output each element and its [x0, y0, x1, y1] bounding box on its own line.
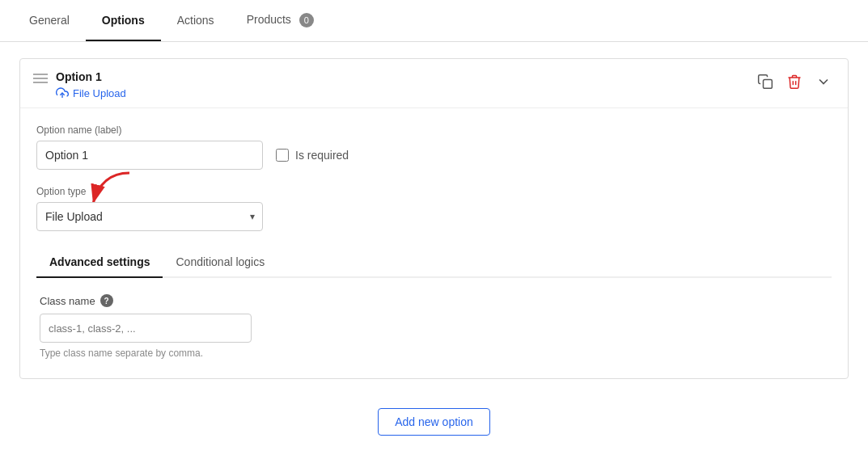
option-card-header: Option 1 File Upload — [20, 59, 848, 108]
add-new-option-button[interactable]: Add new option — [378, 408, 490, 436]
tab-actions[interactable]: Actions — [161, 1, 231, 41]
drag-handle[interactable] — [33, 70, 48, 83]
class-name-input[interactable] — [40, 314, 252, 343]
option-type-select-wrapper: File Upload Text Dropdown Checkbox Radio… — [36, 202, 263, 231]
copy-button[interactable] — [754, 70, 777, 93]
svg-rect-1 — [764, 80, 773, 89]
option-type-label: Option type — [36, 186, 832, 197]
class-name-label: Class name ? — [40, 294, 828, 307]
option-type-select[interactable]: File Upload Text Dropdown Checkbox Radio — [36, 202, 263, 231]
option-type-section: Option type — [36, 186, 832, 231]
header-left: Option 1 File Upload — [33, 70, 126, 99]
upload-icon — [56, 86, 69, 99]
option-name-section: Option name (label) Is required — [36, 124, 832, 170]
delete-button[interactable] — [783, 70, 806, 93]
option-title: Option 1 — [56, 70, 126, 83]
class-name-section: Class name ? Type class name separate by… — [36, 294, 832, 359]
top-nav-tabs: General Options Actions Products 0 — [0, 0, 868, 42]
option-name-label: Option name (label) — [36, 124, 832, 136]
tab-advanced-settings[interactable]: Advanced settings — [36, 247, 163, 278]
is-required-label[interactable]: Is required — [276, 149, 349, 162]
products-badge: 0 — [299, 13, 314, 27]
option-card-actions — [754, 70, 835, 93]
option-subtitle: File Upload — [56, 86, 126, 99]
is-required-text: Is required — [295, 149, 349, 162]
main-content: Option 1 File Upload — [0, 42, 868, 455]
tab-general[interactable]: General — [13, 1, 86, 41]
option-name-row: Is required — [36, 141, 832, 170]
inner-tabs: Advanced settings Conditional logics — [36, 247, 832, 278]
option-type-label: File Upload — [73, 87, 126, 99]
chevron-down-icon — [815, 74, 832, 90]
bottom-bar: Add new option — [19, 395, 849, 455]
page-wrapper: General Options Actions Products 0 Optio… — [0, 0, 868, 455]
tab-products[interactable]: Products 0 — [231, 0, 330, 42]
option-card: Option 1 File Upload — [19, 58, 849, 379]
copy-icon — [757, 74, 773, 90]
expand-button[interactable] — [812, 70, 835, 93]
delete-icon — [786, 74, 802, 90]
option-card-body: Option name (label) Is required Option t… — [20, 108, 848, 378]
option-name-input[interactable] — [36, 141, 263, 170]
tab-conditional-logics[interactable]: Conditional logics — [163, 247, 277, 278]
arrow-annotation-wrapper: File Upload Text Dropdown Checkbox Radio… — [36, 202, 263, 231]
is-required-checkbox[interactable] — [276, 149, 289, 162]
help-icon[interactable]: ? — [100, 294, 113, 307]
tab-options[interactable]: Options — [86, 1, 161, 41]
class-name-hint: Type class name separate by comma. — [40, 348, 828, 359]
option-title-block: Option 1 File Upload — [56, 70, 126, 99]
